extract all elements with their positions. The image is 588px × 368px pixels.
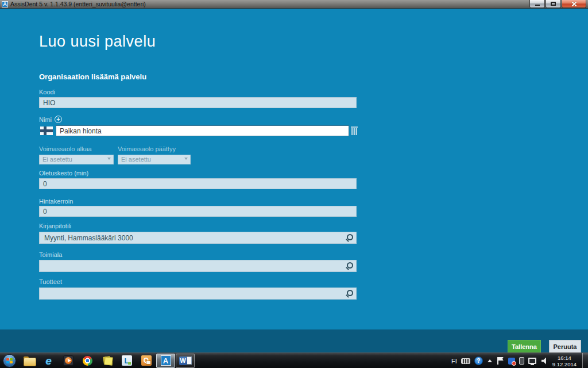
tray-time: 16:14 xyxy=(552,355,577,361)
document-icon xyxy=(187,356,192,365)
tuotteet-input[interactable] xyxy=(39,288,357,300)
lync-icon: L xyxy=(122,355,132,366)
word-icon: W xyxy=(179,356,192,366)
tuotteet-label: Tuotteet xyxy=(39,278,62,285)
assisdent-icon: A xyxy=(161,355,171,366)
taskbar-item-media-player[interactable] xyxy=(59,354,78,368)
taskbar-item-lync[interactable]: L xyxy=(117,354,136,368)
window-controls xyxy=(529,0,586,8)
taskbar-clock[interactable]: 16:14 9.12.2014 xyxy=(552,355,577,367)
start-button[interactable] xyxy=(3,354,16,367)
flag-cross xyxy=(40,129,53,132)
taskbar-item-sticky-notes[interactable] xyxy=(98,354,117,368)
koodi-input[interactable] xyxy=(39,97,357,108)
action-center-flag-icon[interactable] xyxy=(497,357,504,365)
voimassaolo-alkaa-input[interactable] xyxy=(39,155,114,164)
taskbar-item-word[interactable]: W xyxy=(176,354,195,368)
keyboard-icon[interactable] xyxy=(461,358,470,364)
hintakerroin-input[interactable] xyxy=(39,206,357,217)
save-button[interactable]: Tallenna xyxy=(508,340,541,353)
nimi-label: Nimi xyxy=(39,116,52,123)
maximize-button[interactable] xyxy=(546,0,561,8)
minimize-button[interactable] xyxy=(529,0,545,8)
nimi-input[interactable] xyxy=(56,125,349,136)
notification-badge-icon[interactable] xyxy=(508,358,515,365)
magnifier-icon[interactable] xyxy=(346,234,353,241)
folder-icon xyxy=(24,356,35,365)
hintakerroin-label: Hintakerroin xyxy=(39,198,73,205)
voimassaolo-paattyy-label: Voimassaolo päättyy xyxy=(118,145,176,152)
kirjanpitotili-input[interactable] xyxy=(39,232,357,244)
trash-icon[interactable] xyxy=(351,126,358,135)
magnifier-icon[interactable] xyxy=(346,262,353,270)
taskbar-item-explorer[interactable] xyxy=(20,354,38,368)
show-hidden-icons-icon[interactable] xyxy=(488,359,492,362)
tuotteet-field[interactable] xyxy=(39,288,357,300)
add-name-icon[interactable] xyxy=(55,116,62,123)
device-icon[interactable] xyxy=(519,357,524,365)
volume-icon[interactable] xyxy=(541,358,548,365)
help-icon[interactable] xyxy=(474,356,483,365)
page-title: Luo uusi palvelu xyxy=(39,33,156,51)
taskbar: e L O A W FI 16:14 9.12.2014 xyxy=(0,352,588,368)
system-tray: FI 16:14 9.12.2014 xyxy=(451,353,588,368)
app-icon-letter: A xyxy=(3,1,7,7)
window-titlebar[interactable]: A AssisDent 5 v. 1.1.43.9 (entteri_suvit… xyxy=(0,0,588,9)
voimassaolo-alkaa-label: Voimassaolo alkaa xyxy=(39,145,92,152)
taskbar-item-internet-explorer[interactable]: e xyxy=(39,354,58,368)
app-icon: A xyxy=(2,1,8,7)
oletuskesto-input[interactable] xyxy=(39,178,357,189)
taskbar-item-chrome[interactable] xyxy=(78,354,97,368)
media-player-icon xyxy=(63,355,74,366)
dropdown-arrow-icon xyxy=(107,158,111,160)
kirjanpitotili-field[interactable] xyxy=(39,232,357,244)
kirjanpitotili-label: Kirjanpitotili xyxy=(39,223,71,229)
outlook-icon: O xyxy=(141,355,152,366)
network-icon[interactable] xyxy=(528,358,536,364)
toimiala-field[interactable] xyxy=(39,260,357,272)
internet-explorer-icon: e xyxy=(45,355,52,366)
taskbar-item-assisdent[interactable]: A xyxy=(156,354,175,368)
page-subtitle: Organisaation lisäämä palvelu xyxy=(39,72,146,81)
cancel-button[interactable]: Peruuta xyxy=(549,340,581,353)
app-window: Luo uusi palvelu Organisaation lisäämä p… xyxy=(0,9,588,352)
koodi-label: Koodi xyxy=(39,89,55,95)
toimiala-label: Toimiala xyxy=(39,251,62,258)
chrome-icon xyxy=(83,356,92,366)
window-title: AssisDent 5 v. 1.1.43.9 (entteri_suvituu… xyxy=(10,1,146,7)
taskbar-item-outlook[interactable]: O xyxy=(137,354,156,368)
maximize-icon xyxy=(551,2,556,6)
tray-date: 9.12.2014 xyxy=(552,361,577,367)
dropdown-arrow-icon xyxy=(184,158,188,160)
toimiala-input[interactable] xyxy=(39,260,357,272)
magnifier-icon[interactable] xyxy=(346,290,353,297)
voimassaolo-paattyy-input[interactable] xyxy=(118,155,191,164)
windows-logo-icon xyxy=(6,358,13,364)
show-desktop-button[interactable] xyxy=(582,353,588,368)
language-indicator[interactable]: FI xyxy=(451,358,457,365)
finnish-flag-icon xyxy=(40,126,53,135)
voimassaolo-paattyy-field[interactable] xyxy=(118,154,191,163)
oletuskesto-label: Oletuskesto (min) xyxy=(39,170,88,177)
close-button[interactable] xyxy=(562,0,586,8)
minimize-icon xyxy=(535,5,540,6)
sticky-notes-icon xyxy=(103,356,112,365)
voimassaolo-alkaa-field[interactable] xyxy=(39,154,114,163)
